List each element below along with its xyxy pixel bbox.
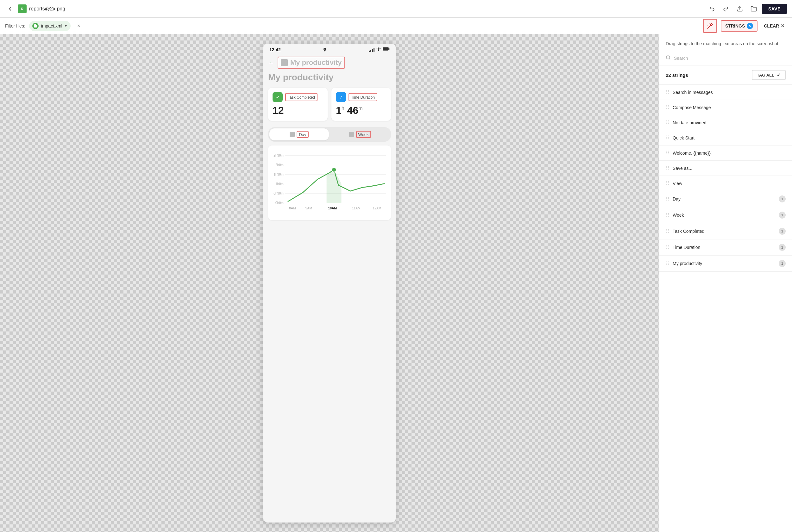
string-text: Time Duration bbox=[673, 245, 775, 250]
filter-close-button[interactable]: × bbox=[74, 21, 83, 30]
string-text: No date provided bbox=[673, 120, 786, 125]
magic-wand-button[interactable] bbox=[703, 19, 717, 33]
back-button[interactable] bbox=[5, 4, 15, 14]
drag-handle: ⠿ bbox=[666, 212, 669, 218]
strings-list: ⠿ Search in messages ⠿ Compose Message ⠿… bbox=[659, 85, 792, 532]
time-duration-label-box: Time Duration bbox=[349, 93, 377, 101]
drag-handle: ⠿ bbox=[666, 261, 669, 267]
svg-rect-9 bbox=[389, 48, 389, 50]
string-text: Compose Message bbox=[673, 105, 786, 110]
time-hours: 1 bbox=[336, 105, 342, 116]
tab-day[interactable]: Day bbox=[270, 128, 329, 140]
list-item[interactable]: ⠿ Time Duration 1 bbox=[659, 240, 792, 255]
folder-button[interactable] bbox=[748, 3, 759, 15]
panel-search-input[interactable] bbox=[674, 56, 786, 61]
tab-day-label-box: Day bbox=[297, 131, 308, 138]
battery-icon bbox=[383, 47, 390, 52]
signal-icon bbox=[369, 48, 374, 52]
save-button[interactable]: SAVE bbox=[762, 4, 787, 14]
panel-search bbox=[659, 51, 792, 65]
upload-button[interactable] bbox=[734, 3, 745, 15]
phone-back-arrow[interactable]: ← bbox=[268, 59, 274, 66]
tag-all-button[interactable]: TAG ALL ✓ bbox=[752, 70, 786, 80]
phone-mockup: 12:42 bbox=[263, 44, 396, 522]
strings-button[interactable]: STRINGS 5 bbox=[721, 20, 757, 32]
right-panel: Drag strings to the matching text areas … bbox=[659, 34, 792, 532]
strings-count-text: 22 strings bbox=[666, 72, 688, 78]
phone-time: 12:42 bbox=[270, 47, 281, 52]
list-item[interactable]: ⠿ Save as... bbox=[659, 161, 792, 176]
string-text: Day bbox=[673, 196, 775, 202]
productivity-chart: 2h30m 2h0m 1h30m 1h0m 0h30m 0h0m 8AM 9AM… bbox=[273, 151, 386, 214]
wifi-icon bbox=[376, 47, 381, 52]
drag-handle: ⠿ bbox=[666, 104, 669, 110]
tab-row: Day Week bbox=[268, 127, 391, 142]
svg-text:12AM: 12AM bbox=[372, 207, 381, 210]
svg-point-28 bbox=[666, 56, 670, 59]
filterbar: Filter files: impact.xml ▾ × STRINGS 5 C… bbox=[0, 18, 792, 34]
panel-count-row: 22 strings TAG ALL ✓ bbox=[659, 65, 792, 85]
time-duration-card: ✓ Time Duration 1h 46m bbox=[331, 88, 391, 121]
string-text: Welcome, {{name}}! bbox=[673, 151, 786, 156]
list-item[interactable]: ⠿ Compose Message bbox=[659, 100, 792, 115]
time-card-header: ✓ Time Duration bbox=[336, 92, 387, 102]
list-item[interactable]: ⠿ Quick Start bbox=[659, 130, 792, 146]
svg-line-29 bbox=[669, 58, 670, 59]
panel-description: Drag strings to the matching text areas … bbox=[659, 34, 792, 51]
string-text: Task Completed bbox=[673, 229, 775, 234]
task-completed-label: Task Completed bbox=[288, 95, 315, 100]
string-match-badge: 1 bbox=[779, 260, 786, 267]
drag-handle: ⠿ bbox=[666, 165, 669, 171]
clear-button[interactable]: CLEAR × bbox=[761, 21, 787, 31]
tab-week[interactable]: Week bbox=[330, 128, 390, 140]
svg-text:1h0m: 1h0m bbox=[275, 182, 283, 186]
list-item[interactable]: ⠿ Week 1 bbox=[659, 207, 792, 223]
svg-text:1h30m: 1h30m bbox=[274, 173, 283, 176]
strings-count-badge: 5 bbox=[747, 23, 753, 29]
svg-marker-22 bbox=[327, 170, 342, 203]
svg-text:9AM: 9AM bbox=[306, 207, 312, 210]
string-text: Quick Start bbox=[673, 135, 786, 140]
list-item[interactable]: ⠿ Task Completed 1 bbox=[659, 223, 792, 240]
task-completed-value: 12 bbox=[273, 105, 323, 116]
list-item[interactable]: ⠿ Day 1 bbox=[659, 191, 792, 207]
list-item[interactable]: ⠿ My productivity 1 bbox=[659, 255, 792, 272]
svg-text:8AM: 8AM bbox=[289, 207, 296, 210]
redo-button[interactable] bbox=[720, 3, 732, 15]
list-item[interactable]: ⠿ View bbox=[659, 176, 792, 191]
phone-title-label: My productivity bbox=[290, 58, 342, 67]
stats-row: ✓ Task Completed 12 ✓ Time Duration bbox=[263, 85, 396, 124]
task-card-header: ✓ Task Completed bbox=[273, 92, 323, 102]
drag-handle: ⠿ bbox=[666, 228, 669, 234]
svg-text:0h0m: 0h0m bbox=[275, 201, 283, 205]
phone-status-icons bbox=[369, 47, 390, 52]
chart-peak-dot bbox=[332, 167, 336, 172]
tag-all-label: TAG ALL bbox=[757, 73, 774, 77]
phone-header: ← My productivity bbox=[263, 54, 396, 72]
list-item[interactable]: ⠿ No date provided bbox=[659, 115, 792, 130]
phone-title-box: My productivity bbox=[278, 57, 345, 69]
topbar-actions: SAVE bbox=[706, 3, 787, 15]
string-text: Save as... bbox=[673, 166, 786, 171]
clear-x-icon: × bbox=[781, 22, 785, 29]
file-filter-select[interactable]: impact.xml ▾ bbox=[29, 21, 71, 31]
screenshot-area: 12:42 bbox=[0, 34, 659, 532]
strings-label: STRINGS bbox=[725, 23, 745, 28]
tab-week-label-box: Week bbox=[356, 131, 371, 138]
svg-text:10AM: 10AM bbox=[328, 207, 337, 210]
filter-label: Filter files: bbox=[5, 23, 25, 28]
string-match-badge: 1 bbox=[779, 228, 786, 235]
chart-area: 2h30m 2h0m 1h30m 1h0m 0h30m 0h0m 8AM 9AM… bbox=[268, 146, 391, 220]
list-item[interactable]: ⠿ Search in messages bbox=[659, 85, 792, 100]
undo-button[interactable] bbox=[706, 3, 718, 15]
string-match-badge: 1 bbox=[779, 244, 786, 251]
list-item[interactable]: ⠿ Welcome, {{name}}! bbox=[659, 146, 792, 161]
drag-handle: ⠿ bbox=[666, 135, 669, 141]
filter-select-text: impact.xml bbox=[41, 23, 62, 28]
tab-week-label: Week bbox=[358, 132, 369, 137]
filter-dropdown-arrow: ▾ bbox=[65, 24, 67, 28]
file-type-icon: R bbox=[18, 4, 26, 13]
svg-text:11AM: 11AM bbox=[352, 207, 361, 210]
search-icon bbox=[666, 55, 671, 61]
string-text: My productivity bbox=[673, 261, 775, 266]
